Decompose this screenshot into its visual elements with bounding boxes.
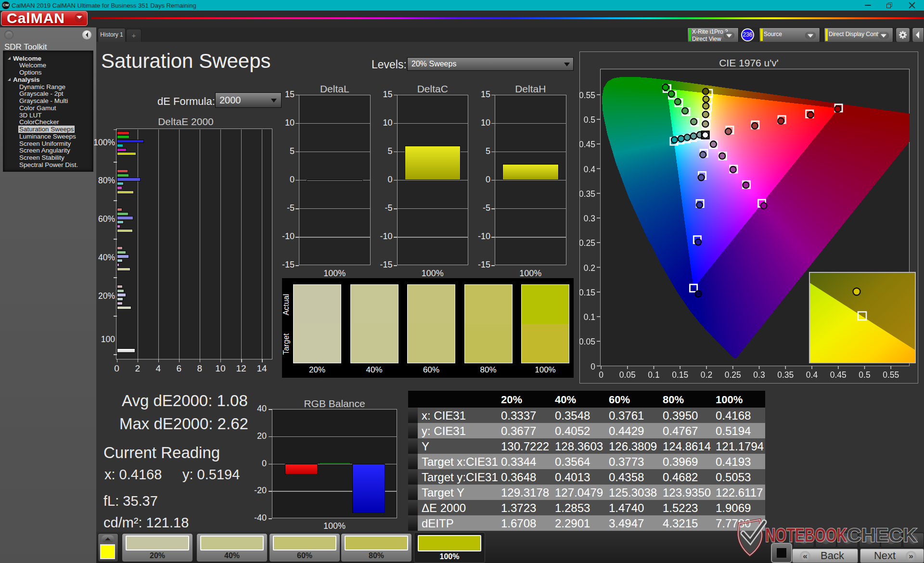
svg-text:0.35: 0.35: [579, 189, 595, 199]
svg-text:0: 0: [590, 362, 595, 371]
svg-text:NOTEBOOK: NOTEBOOK: [765, 525, 847, 546]
svg-text:0.45: 0.45: [579, 140, 595, 149]
svg-text:CHECK: CHECK: [847, 525, 917, 546]
svg-text:0.05: 0.05: [579, 337, 595, 346]
svg-text:0.05: 0.05: [619, 370, 636, 380]
svg-text:0.2: 0.2: [701, 370, 712, 380]
svg-text:0.55: 0.55: [883, 370, 899, 380]
svg-text:0.35: 0.35: [777, 370, 794, 380]
svg-text:0.15: 0.15: [672, 370, 688, 380]
svg-text:0.55: 0.55: [579, 90, 595, 100]
svg-text:0.25: 0.25: [725, 370, 741, 380]
svg-text:0.25: 0.25: [579, 238, 595, 248]
svg-text:0.5: 0.5: [859, 370, 870, 380]
svg-text:0.15: 0.15: [579, 288, 595, 297]
svg-text:0.4: 0.4: [806, 370, 818, 380]
svg-text:0.3: 0.3: [584, 214, 595, 223]
svg-text:0.45: 0.45: [830, 370, 847, 380]
svg-text:0.5: 0.5: [584, 115, 595, 125]
svg-text:0.4: 0.4: [584, 165, 596, 174]
svg-text:0.1: 0.1: [648, 370, 659, 380]
svg-text:0: 0: [599, 370, 603, 380]
svg-text:0.1: 0.1: [584, 312, 595, 322]
svg-text:0.2: 0.2: [584, 263, 595, 273]
svg-text:0.3: 0.3: [753, 370, 765, 380]
